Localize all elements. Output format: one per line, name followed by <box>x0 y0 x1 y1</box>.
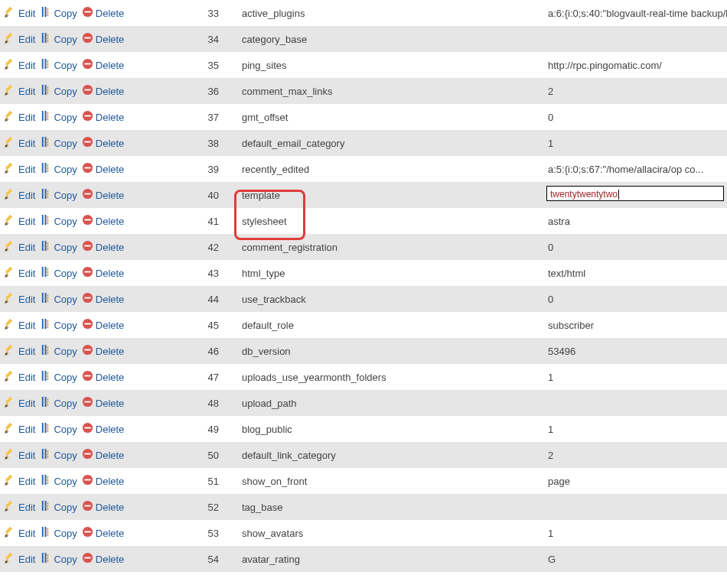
delete-link[interactable]: Delete <box>82 292 125 306</box>
option-name[interactable]: show_on_front <box>237 468 543 494</box>
edit-link[interactable]: Edit <box>5 422 35 436</box>
option-value[interactable]: http://rpc.pingomatic.com/ <box>543 52 727 78</box>
option-name[interactable]: category_base <box>237 26 543 52</box>
edit-link[interactable]: Edit <box>5 318 35 332</box>
option-id[interactable]: 46 <box>168 338 237 364</box>
option-value[interactable]: astra <box>543 208 727 234</box>
delete-link[interactable]: Delete <box>82 32 125 46</box>
option-name[interactable]: comment_registration <box>237 234 543 260</box>
option-id[interactable]: 50 <box>168 442 237 468</box>
option-name[interactable]: recently_edited <box>237 156 543 182</box>
edit-link[interactable]: Edit <box>5 84 35 98</box>
option-name[interactable]: stylesheet <box>237 208 543 234</box>
option-id[interactable]: 42 <box>168 234 237 260</box>
copy-link[interactable]: Copy <box>40 448 77 462</box>
inline-edit-input[interactable]: twentytwentytwo <box>546 186 724 201</box>
copy-link[interactable]: Copy <box>40 188 77 202</box>
copy-link[interactable]: Copy <box>40 110 77 124</box>
option-id[interactable]: 54 <box>168 546 237 572</box>
option-value[interactable]: 0 <box>543 234 727 260</box>
delete-link[interactable]: Delete <box>82 214 125 228</box>
option-value[interactable]: a:6:{i:0;s:40:"blogvault-real-time backu… <box>543 0 727 26</box>
edit-link[interactable]: Edit <box>5 370 35 384</box>
option-id[interactable]: 41 <box>168 208 237 234</box>
option-name[interactable]: gmt_offset <box>237 104 543 130</box>
option-id[interactable]: 53 <box>168 520 237 546</box>
copy-link[interactable]: Copy <box>40 266 77 280</box>
edit-link[interactable]: Edit <box>5 58 35 72</box>
edit-link[interactable]: Edit <box>5 396 35 410</box>
option-name[interactable]: default_email_category <box>237 130 543 156</box>
copy-link[interactable]: Copy <box>40 162 77 176</box>
option-value[interactable]: subscriber <box>543 312 727 338</box>
option-id[interactable]: 52 <box>168 494 237 520</box>
option-value[interactable]: 1 <box>543 416 727 442</box>
delete-link[interactable]: Delete <box>82 396 125 410</box>
edit-link[interactable]: Edit <box>5 240 35 254</box>
delete-link[interactable]: Delete <box>82 6 125 20</box>
edit-link[interactable]: Edit <box>5 552 35 566</box>
delete-link[interactable]: Delete <box>82 266 125 280</box>
delete-link[interactable]: Delete <box>82 110 125 124</box>
option-id[interactable]: 36 <box>168 78 237 104</box>
copy-link[interactable]: Copy <box>40 292 77 306</box>
delete-link[interactable]: Delete <box>82 500 125 514</box>
edit-link[interactable]: Edit <box>5 292 35 306</box>
delete-link[interactable]: Delete <box>82 58 125 72</box>
delete-link[interactable]: Delete <box>82 474 125 488</box>
option-value[interactable]: 1 <box>543 130 727 156</box>
delete-link[interactable]: Delete <box>82 318 125 332</box>
option-id[interactable]: 39 <box>168 156 237 182</box>
edit-link[interactable]: Edit <box>5 136 35 150</box>
option-name[interactable]: avatar_rating <box>237 546 543 572</box>
copy-link[interactable]: Copy <box>40 422 77 436</box>
option-value[interactable] <box>543 390 727 416</box>
option-name[interactable]: ping_sites <box>237 52 543 78</box>
copy-link[interactable]: Copy <box>40 214 77 228</box>
edit-link[interactable]: Edit <box>5 266 35 280</box>
option-value[interactable]: text/html <box>543 260 727 286</box>
delete-link[interactable]: Delete <box>82 162 125 176</box>
option-id[interactable]: 33 <box>168 0 237 26</box>
option-name[interactable]: template <box>237 182 543 208</box>
delete-link[interactable]: Delete <box>82 370 125 384</box>
option-id[interactable]: 34 <box>168 26 237 52</box>
edit-link[interactable]: Edit <box>5 6 35 20</box>
copy-link[interactable]: Copy <box>40 370 77 384</box>
option-id[interactable]: 47 <box>168 364 237 390</box>
option-value[interactable]: 2 <box>543 78 727 104</box>
option-value[interactable]: 53496 <box>543 338 727 364</box>
copy-link[interactable]: Copy <box>40 84 77 98</box>
edit-link[interactable]: Edit <box>5 32 35 46</box>
option-value[interactable]: page <box>543 468 727 494</box>
option-name[interactable]: comment_max_links <box>237 78 543 104</box>
delete-link[interactable]: Delete <box>82 552 125 566</box>
copy-link[interactable]: Copy <box>40 396 77 410</box>
option-value[interactable] <box>543 26 727 52</box>
option-name[interactable]: tag_base <box>237 494 543 520</box>
option-name[interactable]: use_trackback <box>237 286 543 312</box>
delete-link[interactable]: Delete <box>82 188 125 202</box>
option-value[interactable]: G <box>543 546 727 572</box>
copy-link[interactable]: Copy <box>40 240 77 254</box>
option-name[interactable]: active_plugins <box>237 0 543 26</box>
copy-link[interactable]: Copy <box>40 500 77 514</box>
edit-link[interactable]: Edit <box>5 214 35 228</box>
delete-link[interactable]: Delete <box>82 422 125 436</box>
copy-link[interactable]: Copy <box>40 474 77 488</box>
option-id[interactable]: 35 <box>168 52 237 78</box>
delete-link[interactable]: Delete <box>82 448 125 462</box>
edit-link[interactable]: Edit <box>5 500 35 514</box>
option-id[interactable]: 44 <box>168 286 237 312</box>
option-id[interactable]: 51 <box>168 468 237 494</box>
edit-link[interactable]: Edit <box>5 162 35 176</box>
option-name[interactable]: upload_path <box>237 390 543 416</box>
option-id[interactable]: 43 <box>168 260 237 286</box>
option-value[interactable]: 0 <box>543 104 727 130</box>
option-id[interactable]: 48 <box>168 390 237 416</box>
copy-link[interactable]: Copy <box>40 58 77 72</box>
option-value[interactable]: a:5:{i:0;s:67:"/home/allacira/op co... <box>543 156 727 182</box>
option-id[interactable]: 45 <box>168 312 237 338</box>
copy-link[interactable]: Copy <box>40 6 77 20</box>
edit-link[interactable]: Edit <box>5 474 35 488</box>
